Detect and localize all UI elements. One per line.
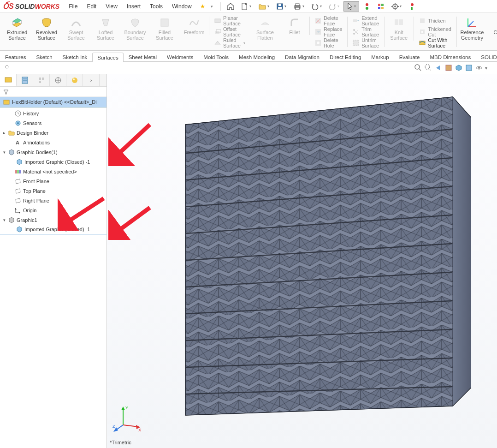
delete-hole-label: Delete Hole	[324, 37, 342, 48]
redo-button[interactable]	[326, 1, 342, 12]
panel-tab-configurationmanager[interactable]	[33, 74, 50, 86]
plane-icon	[14, 197, 22, 204]
tree-graphic1[interactable]: ▾Graphic1	[0, 215, 106, 225]
tree-sensors[interactable]: Sensors	[0, 118, 106, 128]
select-button[interactable]	[343, 1, 359, 12]
menu-expand-icon[interactable]: ▾	[207, 2, 217, 11]
tab-features[interactable]: Features	[0, 52, 31, 61]
part-icon	[3, 98, 10, 106]
tab-sketch-ink[interactable]: Sketch Ink	[58, 52, 93, 61]
tree-material[interactable]: Material <not specified>	[0, 167, 106, 176]
svg-point-48	[6, 66, 8, 68]
extend-surface-button: Extend Surface	[349, 16, 382, 26]
folder-icon	[8, 129, 15, 137]
undo-button[interactable]	[308, 1, 324, 12]
tree-graphic-bodies[interactable]: ▾Graphic Bodies(1)	[0, 147, 106, 157]
freeform-button: Freeform	[182, 16, 207, 36]
tree-history[interactable]: History	[0, 108, 106, 118]
command-manager-tabs: Features Sketch Sketch Ink Surfaces Shee…	[0, 51, 497, 62]
tree-right-plane-label: Right Plane	[23, 198, 49, 203]
tab-markup[interactable]: Markup	[366, 52, 394, 61]
tab-surfaces[interactable]: Surfaces	[92, 53, 123, 62]
print-button[interactable]	[291, 1, 307, 12]
tree-imported-graphic-2[interactable]: Imported Graphic (Closed) -1	[0, 225, 106, 234]
tab-sheet-metal[interactable]: Sheet Metal	[124, 52, 162, 61]
previous-view-icon[interactable]	[434, 64, 443, 72]
panel-tab-dimxpert[interactable]	[50, 74, 66, 86]
view-orientation-icon[interactable]	[455, 64, 463, 72]
panel-tab-more[interactable]: ›	[83, 74, 100, 86]
svg-point-71	[17, 122, 19, 124]
tree-annotations[interactable]: AAnnotations	[0, 137, 106, 147]
tab-mesh-modeling[interactable]: Mesh Modeling	[234, 52, 280, 61]
graphics-viewport[interactable]: Y X Z *Trimetric	[107, 74, 497, 448]
tab-weldments[interactable]: Weldments	[162, 52, 198, 61]
menu-file[interactable]: File	[65, 1, 81, 12]
tree-top-plane[interactable]: Top Plane	[0, 186, 106, 196]
tree-design-binder[interactable]: ▸Design Binder	[0, 128, 106, 137]
tab-mbd-dimensions[interactable]: MBD Dimensions	[425, 52, 476, 61]
svg-text:A: A	[16, 140, 19, 145]
rebuild-button[interactable]	[361, 1, 373, 12]
menu-tools[interactable]: Tools	[146, 1, 166, 12]
sub-toolbar: ▾	[0, 62, 497, 74]
thickened-cut-button: Thickened Cut	[416, 27, 454, 37]
curves-button[interactable]: Curves	[489, 16, 497, 36]
new-button[interactable]	[238, 1, 254, 12]
menu-edit[interactable]: Edit	[83, 1, 100, 12]
svg-point-14	[394, 6, 396, 7]
home-button[interactable]	[225, 1, 237, 12]
brand-works: WORKS	[35, 3, 59, 10]
panel-tab-propertymanager[interactable]	[17, 74, 33, 86]
tree-imported-graphic-1[interactable]: Imported Graphic (Closed) -1	[0, 157, 106, 167]
panel-collapse-icon[interactable]	[4, 64, 12, 72]
appearance-button[interactable]	[375, 1, 387, 12]
ds-logo-icon: ỐS	[3, 2, 14, 11]
whatsnew-button[interactable]: !	[406, 1, 418, 12]
tree-origin[interactable]: Origin	[0, 205, 106, 215]
planar-surface-label: Planar Surface	[223, 15, 245, 26]
tree-right-plane[interactable]: Right Plane	[0, 196, 106, 205]
options-button[interactable]	[389, 1, 404, 12]
fillet-label: Fillet	[289, 30, 300, 35]
tree-front-plane[interactable]: Front Plane	[0, 176, 106, 186]
menu-view[interactable]: View	[102, 1, 121, 12]
extruded-surface-button[interactable]: Extruded Surface	[5, 16, 30, 42]
zoom-area-icon[interactable]	[424, 64, 432, 72]
menu-pin-icon[interactable]: ★	[200, 3, 205, 10]
tab-direct-editing[interactable]: Direct Editing	[325, 52, 366, 61]
tab-sketch[interactable]: Sketch	[31, 52, 57, 61]
tree-root-node[interactable]: HexBitHolder (Default) <<Default>_Di	[0, 97, 106, 108]
tab-data-migration[interactable]: Data Migration	[280, 52, 325, 61]
svg-rect-26	[215, 19, 220, 23]
cut-with-surface-button[interactable]: Cut With Surface	[416, 38, 454, 48]
origin-icon	[14, 207, 22, 214]
panel-tab-featuremanager[interactable]	[0, 74, 17, 86]
save-button[interactable]	[273, 1, 289, 12]
panel-tab-displaymanager[interactable]	[66, 74, 83, 86]
zoom-fit-icon[interactable]	[414, 64, 422, 72]
reference-geometry-button[interactable]: Reference Geometry	[460, 16, 485, 42]
tree-annotations-label: Annotations	[23, 140, 50, 145]
imported-graphic-icon	[16, 158, 23, 166]
tab-mold-tools[interactable]: Mold Tools	[198, 52, 234, 61]
tree-filter[interactable]	[0, 87, 106, 97]
revolved-surface-button[interactable]: Revolved Surface	[34, 16, 59, 42]
svg-rect-12	[381, 7, 384, 9]
hide-show-icon[interactable]	[475, 64, 483, 72]
graphic-feature-icon	[8, 216, 15, 224]
menu-window[interactable]: Window	[168, 1, 195, 12]
view-orientation-label: *Trimetric	[110, 440, 131, 445]
section-view-icon[interactable]	[444, 64, 453, 72]
view-triad[interactable]: Y X Z	[112, 402, 144, 434]
tab-evaluate[interactable]: Evaluate	[394, 52, 425, 61]
svg-line-52	[429, 69, 431, 71]
more-views-icon[interactable]: ▾	[485, 64, 493, 72]
fillet-button: Fillet	[282, 16, 307, 36]
display-style-icon[interactable]	[465, 64, 473, 72]
tab-solidworks-addins[interactable]: SOLIDWORKS Ad	[476, 52, 497, 61]
open-button[interactable]	[256, 1, 272, 12]
svg-point-37	[353, 29, 355, 31]
menu-insert[interactable]: Insert	[123, 1, 144, 12]
svg-text:X: X	[138, 428, 141, 432]
